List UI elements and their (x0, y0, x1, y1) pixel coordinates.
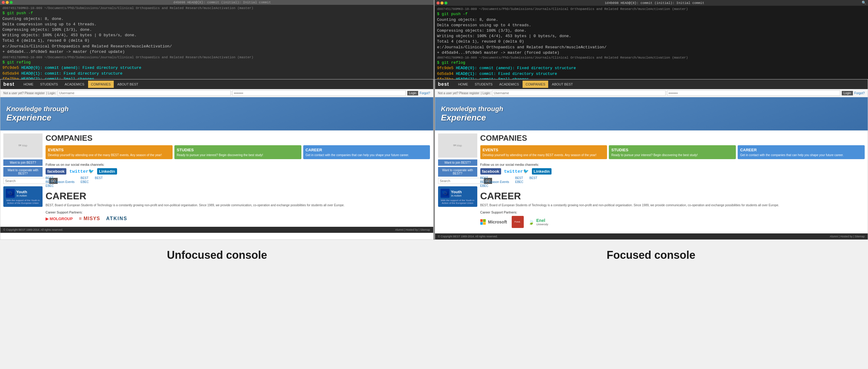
right-career-section: CAREER BEST, Board of European Students … (480, 191, 865, 207)
left-content: 🗺 Map Want to join BEST? Want to coopera… (0, 131, 433, 227)
right-youth-badge: 🇪🇺 Youth in Action With the support of t… (438, 186, 477, 207)
terminal-search-icon[interactable]: 🔍 (862, 1, 866, 5)
panels-row: d4b098 HEAD@{8}: commit (initial): Initi… (0, 0, 868, 240)
terminal-line: 9fc9de5 HEAD@{0}: commit (amend): Fixed … (437, 65, 866, 71)
right-partner-logos: Microsoft Fond. 🍃 Enel (480, 216, 865, 228)
left-partners: Career Support Partners: ▶ MOLGROUP ≡ MI… (45, 210, 430, 221)
right-username-input[interactable] (492, 90, 665, 96)
events-card: EVENTS Develop yourself by attending one… (45, 145, 173, 159)
focused-label: Focused console (607, 249, 695, 261)
molgroup-logo: ▶ MOLGROUP (45, 217, 73, 221)
hero-text: Knowledge throughExperience (6, 105, 69, 122)
right-studies-card: STUDIES Ready to pursue your interest? B… (609, 145, 736, 159)
right-login-button[interactable]: Login (842, 91, 852, 95)
tw-ebec-link[interactable]: EBEC (81, 180, 89, 183)
social-links: BEST BEST Season Events EBEC BEST EBEC B… (45, 176, 430, 188)
right-sidebar-map: 🗺 Map (438, 134, 477, 158)
right-li-best-link[interactable]: BEST (529, 176, 537, 180)
career-label: CAREER (45, 191, 430, 202)
right-events-card-title: EVENTS (483, 148, 605, 152)
right-nav-companies[interactable]: COMPANIES (523, 81, 548, 88)
right-nav-about[interactable]: ABOUT BEST (549, 81, 576, 88)
right-twitter-icon[interactable]: twitter🐦 (504, 169, 529, 174)
cards-row: EVENTS Develop yourself by attending one… (45, 145, 430, 159)
nav-companies[interactable]: COMPANIES (88, 81, 114, 88)
login-button[interactable]: Login (407, 91, 418, 95)
right-youth-desc: With the support of the Youth in Action … (440, 199, 475, 204)
right-nav-home[interactable]: HOME (455, 81, 471, 88)
right-fb-best-link[interactable]: BEST (480, 176, 509, 180)
right-fb-season-link[interactable]: BEST Season Events (480, 180, 509, 183)
terminal-line: ffe75ba HEAD@{2}: commit: Small changes (2, 76, 431, 79)
tw-best-link[interactable]: BEST (81, 176, 89, 180)
right-linkedin-icon[interactable]: Linkedin (532, 168, 552, 174)
fb-best-link[interactable]: BEST (45, 176, 74, 180)
terminal-line: $ git push -f (437, 11, 866, 17)
right-social-title: Follow us on our social media channels: (480, 163, 865, 166)
footer-links: Alumni | Hosted by | Sitemap (395, 228, 430, 231)
facebook-icon[interactable]: facebook (45, 168, 66, 174)
terminal-line: $ git push -f (2, 10, 431, 16)
right-password-input[interactable] (667, 90, 840, 96)
atkins-logo: ATKINS (106, 216, 127, 221)
password-input[interactable] (232, 90, 405, 96)
right-companies-title: COMPANIES (480, 134, 865, 143)
forgot-link[interactable]: Forgot? (420, 91, 430, 95)
left-panel: d4b098 HEAD@{8}: commit (initial): Initi… (0, 0, 434, 240)
terminal-line: d007451780MKO-10-009 ~/Documents/PhD/Sub… (437, 56, 866, 60)
right-nav-students[interactable]: STUDENTS (471, 81, 495, 88)
youth-subtitle: in Action (16, 194, 27, 197)
left-terminal: d4b098 HEAD@{8}: commit (initial): Initi… (0, 0, 434, 79)
twitter-icon[interactable]: twitter🐦 (69, 169, 94, 174)
studies-card: STUDIES Ready to pursue your interest? B… (175, 145, 301, 159)
right-join-best-btn[interactable]: Want to join BEST? (438, 160, 477, 166)
right-search-input[interactable] (438, 178, 483, 184)
nav-academics[interactable]: ACADEMICS (62, 81, 87, 88)
events-card-text: Develop yourself by attending one of the… (48, 153, 170, 157)
right-social-icons: facebook twitter🐦 Linkedin (480, 168, 865, 174)
terminal-line: Delta compression using up to 4 threads. (437, 23, 866, 28)
right-tw-ebec-link[interactable]: EBEC (515, 180, 523, 183)
terminal-line: d007451780MKO-10-009 ~/Documents/PhD/Sub… (437, 7, 866, 11)
join-best-btn[interactable]: Want to join BEST? (3, 160, 42, 166)
nav-students[interactable]: STUDENTS (37, 81, 61, 88)
cooperate-btn[interactable]: Want to cooperate with BEST? (3, 167, 42, 177)
right-sidebar: 🗺 Map Want to join BEST? Want to coopera… (438, 134, 477, 230)
right-youth-title: Youth (451, 190, 462, 194)
li-best-link[interactable]: BEST (95, 176, 102, 180)
right-facebook-icon[interactable]: facebook (480, 168, 501, 174)
social-section: Follow us on our social media channels: … (45, 163, 430, 188)
fb-ebec-link[interactable]: EBEC (45, 184, 74, 188)
right-twitter-links: BEST EBEC (515, 176, 523, 188)
terminal-line: Writing objects: 100% (4/4), 453 bytes |… (437, 33, 866, 39)
hero-highlight: Experience (6, 113, 51, 122)
youth-title: Youth (16, 190, 27, 194)
right-partners-title: Career Support Partners: (480, 210, 865, 214)
terminal-line: d007451780MKO-10-009 ~/Documents/PhD/Sub… (2, 55, 431, 60)
studies-card-title: STUDIES (177, 148, 299, 152)
right-nav-academics[interactable]: ACADEMICS (496, 81, 522, 88)
left-label-section: Unfocused console (0, 249, 434, 261)
not-user-text: Not a user yet? Please register (3, 91, 45, 95)
nav-home[interactable]: HOME (21, 81, 36, 88)
terminal-line: Counting objects: 8, done. (2, 16, 431, 22)
fb-season-link[interactable]: BEST Season Events (45, 180, 74, 183)
right-main: COMPANIES EVENTS Develop yourself by att… (480, 134, 865, 230)
terminal-line: e:/Journals/Clinical Orthopaedics and Re… (437, 45, 866, 50)
right-terminal-titlebar: 1d4b098 HEAD@{8}: commit (initial): Init… (435, 0, 868, 6)
right-studies-card-title: STUDIES (611, 148, 734, 152)
left-nav: best HOME STUDENTS ACADEMICS COMPANIES A… (0, 79, 433, 89)
right-cooperate-btn[interactable]: Want to cooperate with BEST? (438, 167, 477, 177)
nav-about[interactable]: ABOUT BEST (114, 81, 141, 88)
login-label: | Login: (46, 91, 56, 95)
right-fb-ebec-link[interactable]: EBEC (480, 184, 509, 188)
left-search-input[interactable] (3, 178, 49, 184)
username-input[interactable] (58, 90, 231, 96)
linkedin-icon[interactable]: Linkedin (97, 168, 117, 174)
right-forgot-link[interactable]: Forgot? (855, 91, 865, 95)
right-nav-logo: best (438, 82, 449, 87)
footer-copyright: © Copyright BEST 1989-2014. All rights r… (3, 228, 63, 231)
left-hero: Knowledge throughExperience (0, 97, 433, 131)
right-footer-copyright: © Copyright BEST 1989-2014. All rights r… (438, 235, 498, 238)
right-tw-best-link[interactable]: BEST (515, 176, 523, 180)
